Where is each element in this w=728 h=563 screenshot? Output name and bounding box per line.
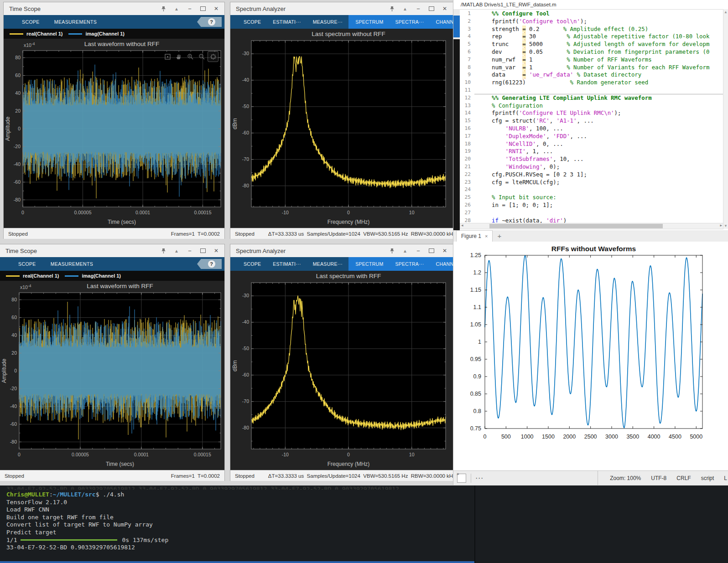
tab-channe[interactable]: CHANNE··· [430, 261, 453, 267]
fit-view-icon[interactable] [162, 52, 172, 62]
code-line[interactable]: 21 'Windowing', 0); [460, 163, 723, 171]
status-item-crlf[interactable]: CRLF [676, 475, 691, 481]
tab-scope[interactable]: SCOPE [238, 19, 267, 25]
tab-figure-1[interactable]: Figure 1 × [456, 230, 493, 242]
pin-icon[interactable] [159, 247, 168, 255]
code-line[interactable]: 23cfg = lteRMCUL(cfg); [460, 179, 723, 186]
minimize-icon[interactable]: − [414, 247, 423, 255]
timescope-plot-1[interactable]: 806040200-20-40-60-8000.000050.00010.000… [4, 39, 224, 228]
tab-measurements[interactable]: MEASUREMENTS [47, 19, 104, 25]
pin-icon[interactable] [387, 5, 396, 13]
close-tab-icon[interactable]: × [485, 233, 488, 239]
titlebar[interactable]: Spectrum Analyzer ▲−✕ [230, 2, 453, 15]
titlebar[interactable]: Time Scope ▲−✕ [0, 244, 224, 257]
code-line[interactable]: 2fprintf('Configure tool\n'); [460, 18, 723, 26]
collapse-icon[interactable]: ▲ [172, 247, 181, 255]
code-line[interactable]: 3strength = 0.2 % Amplitude effect (0.25… [460, 26, 723, 33]
code-line[interactable]: 12%% Generating LTE Compliant Uplink RMC… [460, 94, 723, 102]
tab-spectra[interactable]: SPECTRA··· [389, 261, 430, 267]
statusbar-more-icon[interactable]: ··· [476, 475, 484, 481]
code-line[interactable]: 10rng(61223) % Random generator seed [460, 79, 723, 87]
code-line[interactable]: 17 'DuplexMode', 'FDD', ... [460, 133, 723, 140]
close-icon[interactable]: ✕ [212, 247, 221, 255]
code-line[interactable]: 8num_var = 1 % Number of Variants for ea… [460, 64, 723, 72]
code-line[interactable]: 16 'NULRB', 100, ... [460, 125, 723, 133]
pin-icon[interactable] [387, 247, 396, 255]
code-line[interactable]: 15cfg = struct('RC', 'A1-1', ... [460, 117, 723, 125]
scroll-up-icon[interactable]: ▲ [723, 10, 728, 14]
code-line[interactable]: 22cfg.PUSCH.RVSeq = [0 2 3 1]; [460, 171, 723, 179]
code-line[interactable]: 1%% Configure Tool [460, 10, 723, 18]
pin-icon[interactable] [159, 5, 168, 13]
tab-spectrum[interactable]: SPECTRUM [349, 19, 389, 25]
close-icon[interactable]: ✕ [440, 247, 449, 255]
zoom-out-icon[interactable] [197, 52, 207, 62]
status-item-script[interactable]: script [701, 475, 714, 481]
collapse-icon[interactable]: ▲ [400, 5, 410, 13]
code-line[interactable]: 14fprintf('Configure LTE Uplink RMC\n'); [460, 109, 723, 117]
status-item-utf-8[interactable]: UTF-8 [651, 475, 666, 481]
titlebar[interactable]: Spectrum Analyzer ▲−✕ [230, 244, 453, 257]
close-icon[interactable]: ✕ [212, 5, 221, 13]
tab-measure[interactable]: MEASURE··· [307, 19, 348, 25]
collapse-icon[interactable]: ▲ [172, 5, 181, 13]
figure-canvas[interactable]: 0500100015002000250030003500400045005000… [453, 242, 728, 470]
collapse-icon[interactable]: ▲ [400, 247, 410, 255]
code-line[interactable]: 20 'TotSubframes', 10, ... [460, 155, 723, 163]
code-line[interactable]: 4rep = 30 % Adjustable repetitive factor… [460, 33, 723, 41]
close-icon[interactable]: ✕ [440, 5, 449, 13]
zoom-in-icon[interactable] [185, 52, 195, 62]
tab-measurements[interactable]: MEASUREMENTS [43, 261, 100, 267]
scroll-left-icon[interactable]: ◂ [461, 223, 463, 227]
spectrum-plot-1[interactable]: -30-40-50-60-70-80-10010Frequency (MHz)d… [230, 29, 453, 228]
maximize-icon[interactable] [198, 5, 208, 13]
timescope-plot-2[interactable]: 806040200-20-40-60-8000.000050.00010.000… [0, 281, 224, 470]
tab-estimati[interactable]: ESTIMATI··· [267, 19, 307, 25]
tab-spectra[interactable]: SPECTRA··· [389, 19, 430, 25]
status-item-zoom-100-[interactable]: Zoom: 100% [610, 475, 641, 481]
code-line[interactable]: 5trunc = 5000 % Adjusted length of wavef… [460, 41, 723, 48]
code-line[interactable]: 9data = 'ue_rwf_data' % Dataset director… [460, 71, 723, 79]
code-line[interactable]: 24 [460, 186, 723, 194]
tab-scope[interactable]: SCOPE [15, 19, 47, 25]
tab-channe[interactable]: CHANNE··· [430, 19, 453, 25]
minimize-icon[interactable]: − [185, 247, 194, 255]
tab-scope[interactable]: SCOPE [238, 261, 267, 267]
code-line[interactable]: 18 'NCellID', 0, ... [460, 140, 723, 148]
scroll-down-icon[interactable]: ▼ [723, 224, 728, 228]
status-item-l[interactable]: L [724, 475, 727, 481]
pan-icon[interactable] [174, 52, 184, 62]
panel-layout-icon[interactable]: » [457, 474, 466, 483]
code-line[interactable]: 19 'RNTI', 1, ... [460, 148, 723, 155]
code-line[interactable]: 13% Configuration [460, 102, 723, 110]
new-tab-button[interactable]: + [497, 232, 501, 240]
tab-measure[interactable]: MEASURE··· [307, 261, 348, 267]
code-area[interactable]: 1%% Configure Tool2fprintf('Configure to… [460, 10, 723, 223]
maximize-icon[interactable] [198, 247, 208, 255]
maximize-icon[interactable] [427, 247, 436, 255]
code-line[interactable]: 11 [460, 87, 723, 94]
code-line[interactable]: 7num_rwf = 1 % Number of RFF Waveforms [460, 56, 723, 64]
help-button[interactable]: ? [197, 17, 222, 27]
terminal-pane-divider[interactable] [474, 486, 475, 563]
tab-estimati[interactable]: ESTIMATI··· [267, 261, 307, 267]
code-line[interactable]: 25% Input bit source: [460, 194, 723, 201]
help-button[interactable]: ? [197, 259, 222, 269]
tab-spectrum[interactable]: SPECTRUM [349, 261, 389, 267]
spectrum-plot-2[interactable]: -30-40-50-60-70-80-10010Frequency (MHz)d… [230, 271, 453, 470]
minimize-icon[interactable]: − [185, 5, 194, 13]
scroll-right-icon[interactable]: ▸ [720, 223, 722, 227]
code-line[interactable]: 6dev = 0.05 % Deviation from fingerprint… [460, 48, 723, 56]
scrollbar-thumb[interactable] [489, 224, 663, 228]
tab-scope[interactable]: SCOPE [11, 261, 43, 267]
minimize-icon[interactable]: − [414, 5, 423, 13]
code-line[interactable]: 27 [460, 209, 723, 217]
terminal[interactable]: 33-04-E7-92-52-BD 0.9033929705619812 33-… [0, 486, 728, 563]
vertical-scrollbar[interactable]: ▲ ▼ [723, 9, 728, 229]
maximize-icon[interactable] [427, 5, 436, 13]
horizontal-scrollbar[interactable]: ◂ ▸ [460, 223, 723, 229]
autoscale-icon[interactable] [208, 52, 218, 62]
code-line[interactable]: 28if ~exist(data, 'dir') [460, 217, 723, 223]
titlebar[interactable]: Time Scope ▲−✕ [4, 2, 224, 15]
code-line[interactable]: 26in = [1; 0; 0; 1]; [460, 201, 723, 209]
